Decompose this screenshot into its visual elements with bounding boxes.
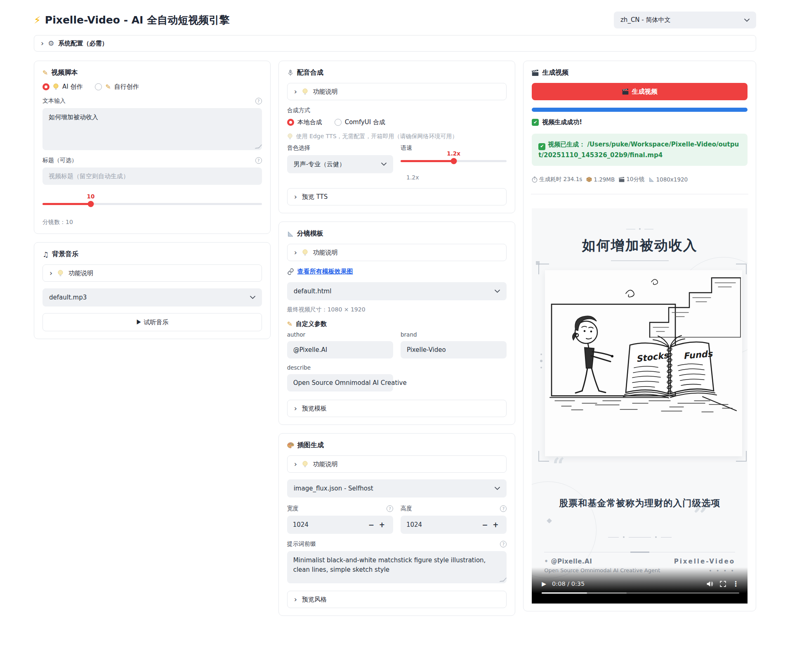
radio-comfyui-tts[interactable]: ComfyUI 合成: [335, 118, 385, 126]
fullscreen-icon[interactable]: [719, 580, 726, 587]
voice-speed-row: 音色选择 男声-专业（云健） 语速 1.2x: [287, 144, 507, 181]
video-progress-track[interactable]: [542, 592, 739, 594]
play-button[interactable]: [542, 580, 546, 587]
voice-value: 男声-专业（云健）: [294, 160, 345, 168]
language-select[interactable]: zh_CN - 简体中文: [614, 12, 756, 28]
template-preview-accordion[interactable]: 预览模板: [287, 400, 507, 417]
header: ⚡ Pixelle-Video - AI 全自动短视频引擎 zh_CN - 简体…: [34, 12, 756, 28]
stopwatch-icon: [532, 177, 538, 183]
brand-input[interactable]: Pixelle-Video: [401, 341, 507, 358]
volume-icon[interactable]: [706, 580, 714, 587]
help-icon[interactable]: [255, 98, 262, 104]
slider-value-label: 10: [87, 193, 95, 200]
author-input[interactable]: @Pixelle.AI: [287, 341, 393, 358]
image-card-title-row: 插图生成: [287, 441, 507, 450]
generate-card-title-row: 生成视频: [532, 68, 748, 77]
slider-thumb[interactable]: [87, 201, 94, 207]
music-help-accordion[interactable]: 功能说明: [42, 264, 262, 282]
voice-select[interactable]: 男声-专业（云健）: [287, 155, 393, 173]
help-icon[interactable]: [500, 505, 507, 512]
author-label: author: [287, 331, 393, 338]
generate-video-button[interactable]: 生成视频: [532, 83, 748, 100]
prompt-prefix-value: Minimalist black-and-white matchstick fi…: [293, 556, 486, 573]
prompt-label-row: 提示词前缀: [287, 540, 507, 548]
help-icon[interactable]: [255, 157, 262, 164]
tts-accordion-label: 功能说明: [313, 88, 338, 96]
prompt-label: 提示词前缀: [287, 540, 316, 548]
music-file-select[interactable]: default.mp3: [42, 288, 262, 307]
brand-label: brand: [401, 331, 507, 338]
music-file-value: default.mp3: [49, 294, 87, 301]
resize-handle-icon[interactable]: [255, 144, 262, 149]
author-value: @Pixelle.AI: [293, 346, 328, 354]
left-column: 视频脚本 AI 创作 自行创作 文本输入: [34, 61, 271, 339]
increment-button[interactable]: [490, 521, 501, 529]
height-value[interactable]: 1024: [406, 521, 479, 528]
slide-illustration: Stocks Funds: [545, 270, 742, 456]
decor-dots: [540, 354, 542, 368]
decrement-button[interactable]: [366, 521, 377, 529]
describe-input[interactable]: Open Source Omnimodal AI Creative: [287, 374, 393, 391]
video-slide-title: 如何增加被动收入: [532, 236, 748, 255]
author-col: author @Pixelle.AI: [287, 331, 393, 358]
tts-hint-text: 使用 Edge TTS，无需配置，开箱即用（请确保网络环境可用）: [296, 133, 458, 140]
width-value[interactable]: 1024: [293, 521, 366, 528]
radio-local-tts[interactable]: 本地合成: [287, 118, 322, 126]
chevron-right-icon: [41, 40, 44, 47]
system-config-accordion[interactable]: 系统配置（必需）: [34, 35, 756, 52]
music-card: 背景音乐 功能说明 default.mp3 ▶ 试听音乐: [34, 242, 271, 339]
play-music-button[interactable]: ▶ 试听音乐: [42, 313, 262, 331]
title-input-label-row: 标题（可选）: [42, 157, 262, 164]
progress-bar: [532, 108, 748, 112]
chevron-right-icon: [50, 269, 52, 277]
chevron-down-icon: [495, 290, 500, 293]
stat-scenes: 10分镜: [619, 176, 644, 183]
decrement-button[interactable]: [479, 521, 490, 529]
speed-slider[interactable]: 1.2x: [401, 153, 507, 168]
increment-button[interactable]: [377, 521, 387, 529]
slider-fill: [401, 160, 454, 162]
speed-col: 语速 1.2x 1.2x: [401, 144, 507, 181]
style-preview-accordion[interactable]: 预览风格: [287, 591, 507, 608]
height-stepper: 1024: [401, 516, 507, 534]
text-input-label: 文本输入: [42, 97, 66, 105]
clapperboard-icon: [619, 177, 625, 182]
bulb-icon: [302, 461, 308, 468]
chevron-right-icon: [294, 405, 297, 412]
width-stepper: 1024: [287, 516, 393, 534]
bulb-icon: [287, 133, 293, 140]
video-title-input[interactable]: [49, 172, 256, 180]
more-options-icon[interactable]: [732, 580, 739, 588]
slider-thumb[interactable]: [450, 158, 457, 164]
help-icon[interactable]: [500, 541, 507, 547]
check-icon: [538, 143, 545, 150]
style-preview-label: 预览风格: [302, 596, 327, 604]
width-col: 宽度 1024: [287, 500, 393, 534]
chevron-right-icon: [294, 460, 297, 468]
footer-author-row: •@Pixelle.AI: [544, 558, 660, 565]
radio-manual-create[interactable]: 自行创作: [95, 83, 139, 91]
image-help-accordion[interactable]: 功能说明: [287, 455, 507, 473]
template-gallery-link[interactable]: 查看所有模板效果图: [297, 268, 353, 276]
clapperboard-icon: [532, 70, 539, 76]
matchstick-illustration: Stocks Funds: [545, 270, 742, 456]
height-col: 高度 1024: [401, 500, 507, 534]
template-help-accordion[interactable]: 功能说明: [287, 244, 507, 261]
speed-value-label: 1.2x: [447, 150, 460, 157]
template-file-select[interactable]: default.html: [287, 282, 507, 300]
image-accordion-label: 功能说明: [313, 460, 338, 468]
resize-handle-icon[interactable]: [500, 578, 507, 582]
bulb-icon: [302, 88, 308, 95]
help-icon[interactable]: [387, 505, 393, 512]
video-player[interactable]: 如何增加被动收入: [532, 208, 748, 604]
tts-preview-accordion[interactable]: 预览 TTS: [287, 188, 507, 205]
workflow-select[interactable]: image_flux.json - Selfhost: [287, 479, 507, 498]
tts-help-accordion[interactable]: 功能说明: [287, 83, 507, 100]
system-config-label: 系统配置（必需）: [58, 40, 108, 47]
radio-ai-create[interactable]: AI 创作: [42, 83, 83, 91]
storyboard-slider[interactable]: 10: [42, 196, 262, 211]
script-text-area[interactable]: 如何增加被动收入: [42, 108, 262, 150]
radio-manual-label: 自行创作: [114, 83, 139, 91]
music-card-title: 背景音乐: [52, 250, 78, 259]
prompt-prefix-area[interactable]: Minimalist black-and-white matchstick fi…: [287, 551, 507, 583]
